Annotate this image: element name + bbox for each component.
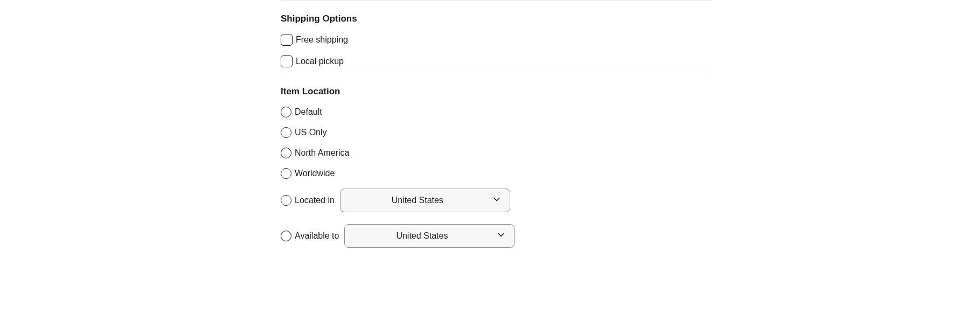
section-divider [281, 0, 712, 1]
section-divider [281, 73, 712, 73]
default-label[interactable]: Default [295, 107, 322, 117]
shipping-option-row: Free shipping [281, 34, 712, 46]
us-only-label[interactable]: US Only [295, 128, 327, 137]
location-option-row: Worldwide [281, 168, 712, 179]
local-pickup-label[interactable]: Local pickup [296, 57, 344, 66]
location-option-row: North America [281, 148, 712, 158]
available-to-select[interactable]: United States [344, 224, 515, 248]
location-option-row: Default [281, 107, 712, 117]
location-option-row: US Only [281, 127, 712, 138]
free-shipping-label[interactable]: Free shipping [296, 35, 348, 45]
worldwide-radio[interactable] [281, 168, 291, 179]
default-radio[interactable] [281, 107, 291, 117]
us-only-radio[interactable] [281, 127, 291, 138]
free-shipping-checkbox[interactable] [281, 34, 293, 46]
local-pickup-checkbox[interactable] [281, 55, 293, 67]
filter-panel: Shipping Options Free shipping Local pic… [281, 0, 712, 260]
located-in-row: Located in United States [281, 189, 712, 212]
north-america-label[interactable]: North America [295, 148, 349, 158]
located-in-select-wrap: United States [340, 189, 510, 212]
worldwide-label[interactable]: Worldwide [295, 169, 335, 178]
located-in-label[interactable]: Located in [295, 196, 335, 205]
available-to-select-wrap: United States [344, 224, 515, 248]
shipping-option-row: Local pickup [281, 55, 712, 67]
located-in-radio[interactable] [281, 195, 291, 206]
available-to-row: Available to United States [281, 224, 712, 248]
available-to-radio[interactable] [281, 231, 291, 241]
item-location-title: Item Location [281, 86, 712, 97]
located-in-select[interactable]: United States [340, 189, 510, 212]
north-america-radio[interactable] [281, 148, 291, 158]
available-to-label[interactable]: Available to [295, 231, 339, 241]
shipping-options-title: Shipping Options [281, 13, 712, 24]
